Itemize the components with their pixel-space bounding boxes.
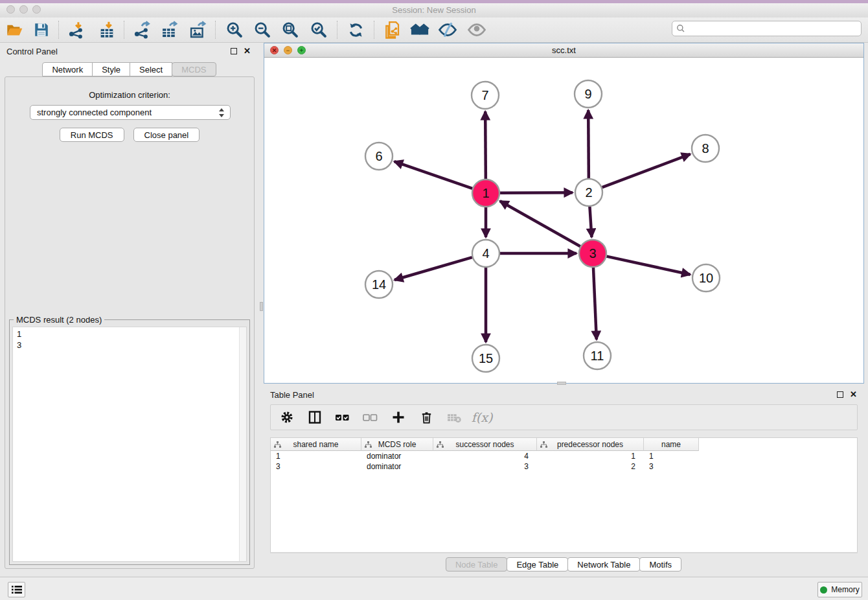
open-session-button[interactable] (3, 19, 25, 40)
network-overview-button[interactable] (409, 19, 431, 40)
graph-node-14[interactable]: 14 (365, 271, 393, 298)
column-header-MCDS-role[interactable]: MCDS role (361, 438, 433, 451)
control-panel-title: Control Panel (6, 47, 58, 56)
window-titlebar: Session: New Session (0, 3, 868, 17)
add-column-button[interactable] (390, 409, 407, 426)
tab-mcds[interactable]: MCDS (172, 62, 216, 76)
graph-node-4[interactable]: 4 (472, 240, 499, 267)
graph-node-7[interactable]: 7 (472, 82, 499, 109)
graph-node-15[interactable]: 15 (472, 345, 499, 372)
export-image-button[interactable] (187, 19, 209, 40)
graph-node-11[interactable]: 11 (584, 342, 611, 369)
zoom-selected-button[interactable] (308, 19, 330, 40)
zoom-fit-button[interactable] (279, 19, 301, 40)
import-network-button[interactable] (65, 19, 87, 40)
table-row[interactable]: 3dominator323 (271, 461, 857, 472)
cell-successor-nodes[interactable]: 3 (433, 461, 537, 472)
duplicate-network-document-icon (382, 20, 402, 40)
export-network-button[interactable] (131, 19, 153, 40)
graph-edge-1-7[interactable] (485, 111, 486, 179)
graph-edge-2-8[interactable] (602, 154, 691, 187)
graph-edge-1-6[interactable] (394, 161, 473, 189)
tab-network-table[interactable]: Network Table (567, 557, 640, 571)
export-table-button[interactable] (158, 19, 180, 40)
close-panel-button[interactable]: Close panel (133, 128, 200, 142)
toolbar-separator (58, 21, 59, 39)
cell-predecessor-nodes[interactable]: 1 (537, 451, 644, 461)
graph-edge-1-2[interactable] (500, 192, 573, 193)
delete-column-button[interactable] (418, 409, 435, 426)
zoom-selected-icon (310, 21, 328, 39)
criterion-dropdown[interactable]: strongly connected component (30, 105, 231, 120)
graph-edge-4-14[interactable] (394, 257, 472, 280)
optimization-criterion-label: Optimization criterion: (5, 90, 254, 100)
refresh-button[interactable] (345, 19, 367, 40)
graph-edge-3-1[interactable] (500, 201, 580, 246)
deselect-all-columns-button[interactable] (362, 409, 379, 426)
graph-node-3[interactable]: 3 (579, 240, 606, 267)
network-window-titlebar[interactable]: ✕ − + scc.txt (264, 43, 863, 58)
graph-node-10[interactable]: 10 (692, 264, 720, 292)
float-panel-icon[interactable] (231, 48, 237, 54)
graph-node-1[interactable]: 1 (472, 179, 499, 207)
cell-MCDS-role[interactable]: dominator (361, 461, 433, 472)
cell-MCDS-role[interactable]: dominator (361, 451, 433, 461)
network-splitter-handle[interactable] (557, 382, 566, 385)
tab-style[interactable]: Style (92, 62, 130, 76)
import-table-button[interactable] (96, 19, 118, 40)
cell-name[interactable]: 3 (644, 461, 699, 472)
search-field[interactable] (672, 21, 862, 36)
memory-status-icon (820, 586, 827, 594)
graph-node-8[interactable]: 8 (692, 135, 719, 162)
column-header-predecessor-nodes[interactable]: predecessor nodes (537, 438, 644, 451)
close-panel-icon[interactable]: ✕ (244, 46, 251, 56)
graph-edge-2-9[interactable] (588, 110, 589, 178)
table-settings-button[interactable] (279, 409, 295, 426)
show-graphics-details-button[interactable] (466, 19, 488, 40)
close-table-panel-icon[interactable]: ✕ (850, 389, 857, 399)
network-view-window: ✕ − + scc.txt 7968124314101511 (264, 43, 864, 384)
cell-shared-name[interactable]: 1 (271, 451, 361, 461)
column-header-successor-nodes[interactable]: successor nodes (433, 438, 537, 451)
graph-edge-3-11[interactable] (593, 268, 597, 340)
tab-node-table[interactable]: Node Table (446, 557, 508, 571)
graph-edge-3-10[interactable] (606, 257, 690, 275)
save-session-button[interactable] (30, 19, 52, 40)
dropdown-stepper-icon (218, 108, 225, 117)
tab-edge-table[interactable]: Edge Table (507, 557, 568, 571)
tab-motifs[interactable]: Motifs (639, 557, 681, 571)
tab-network[interactable]: Network (42, 62, 93, 76)
import-table-icon (98, 21, 116, 39)
graph-edge-2-3[interactable] (589, 207, 591, 237)
trash-icon (419, 410, 434, 425)
zoom-out-button[interactable] (251, 19, 273, 40)
graph-node-9[interactable]: 9 (575, 80, 602, 108)
run-mcds-button[interactable]: Run MCDS (60, 128, 124, 142)
result-scrollbar[interactable] (239, 327, 246, 561)
graph-node-6[interactable]: 6 (365, 143, 393, 170)
application-window: Session: New Session (0, 0, 868, 600)
tab-select[interactable]: Select (130, 62, 172, 76)
new-network-from-selection-button[interactable] (381, 19, 403, 40)
svg-text:15: 15 (479, 351, 493, 365)
column-header-name[interactable]: name (644, 438, 699, 451)
graph-node-2[interactable]: 2 (575, 179, 602, 206)
memory-button[interactable]: Memory (817, 582, 862, 597)
splitter-handle[interactable] (260, 302, 263, 311)
select-all-columns-button[interactable] (334, 409, 351, 426)
network-canvas[interactable]: 7968124314101511 (264, 58, 863, 383)
column-layout-button[interactable] (306, 409, 323, 426)
column-header-shared-name[interactable]: shared name (271, 438, 361, 451)
mcds-result-textarea[interactable]: 1 3 (12, 327, 247, 562)
cell-successor-nodes[interactable]: 4 (433, 451, 537, 461)
cell-name[interactable]: 1 (644, 451, 699, 461)
task-history-button[interactable] (8, 582, 25, 597)
hide-graphics-details-button[interactable] (437, 19, 459, 40)
table-row[interactable]: 1dominator411 (271, 451, 857, 461)
search-input[interactable] (685, 24, 857, 33)
float-table-panel-icon[interactable] (837, 391, 843, 398)
cell-shared-name[interactable]: 3 (271, 461, 361, 472)
zoom-in-button[interactable] (223, 19, 246, 40)
control-panel-tabs: NetworkStyleSelectMCDS (0, 62, 259, 76)
cell-predecessor-nodes[interactable]: 2 (537, 461, 644, 472)
